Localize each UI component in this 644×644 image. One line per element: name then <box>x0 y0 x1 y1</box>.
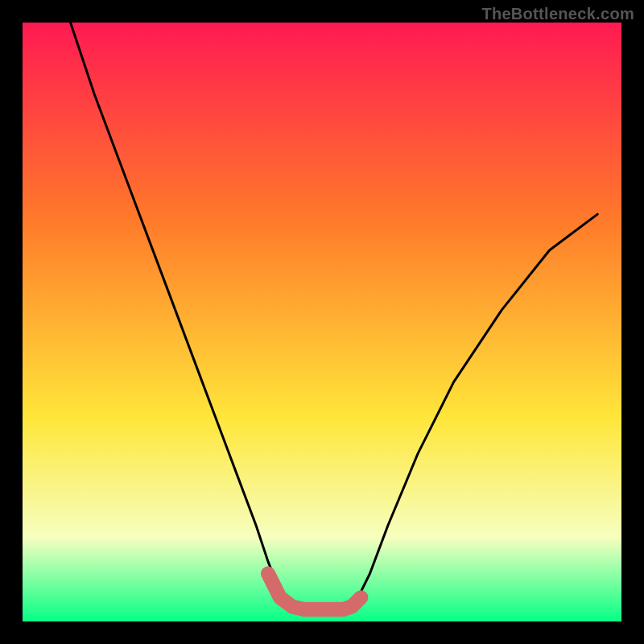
plot-background <box>23 23 621 621</box>
chart-svg <box>0 0 644 644</box>
watermark-text: TheBottleneck.com <box>481 5 634 23</box>
chart-container: TheBottleneck.com <box>0 0 644 644</box>
